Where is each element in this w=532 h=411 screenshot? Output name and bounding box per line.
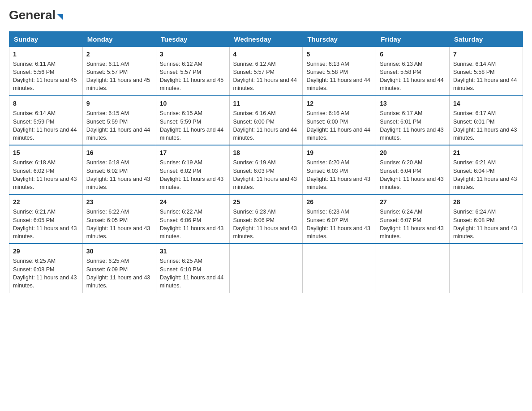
svg-marker-0 (57, 14, 63, 20)
sunset-label: Sunset: 6:03 PM (233, 168, 275, 174)
calendar-cell: 6 Sunrise: 6:13 AM Sunset: 5:58 PM Dayli… (376, 47, 450, 96)
sunset-label: Sunset: 5:58 PM (453, 69, 494, 75)
sunset-label: Sunset: 6:08 PM (13, 266, 54, 273)
sunset-label: Sunset: 6:05 PM (13, 217, 54, 223)
daylight-label: Daylight: 11 hours and 43 minutes. (86, 274, 150, 289)
day-number: 5 (306, 50, 372, 59)
day-number: 18 (233, 148, 299, 157)
day-number: 30 (86, 247, 152, 256)
sunrise-label: Sunrise: 6:20 AM (306, 159, 349, 166)
day-number: 29 (13, 247, 79, 256)
sunset-label: Sunset: 6:10 PM (160, 266, 201, 273)
daylight-label: Daylight: 11 hours and 43 minutes. (453, 176, 517, 190)
logo: General (9, 9, 63, 22)
sunset-label: Sunset: 6:07 PM (380, 217, 421, 223)
daylight-label: Daylight: 11 hours and 43 minutes. (380, 225, 443, 240)
day-number: 9 (86, 99, 152, 108)
calendar-cell: 10 Sunrise: 6:15 AM Sunset: 5:59 PM Dayl… (156, 96, 229, 145)
daylight-label: Daylight: 11 hours and 43 minutes. (160, 176, 223, 190)
day-number: 19 (306, 148, 372, 157)
sunset-label: Sunset: 5:59 PM (86, 119, 128, 125)
sunrise-label: Sunrise: 6:15 AM (86, 110, 129, 116)
calendar-cell: 12 Sunrise: 6:16 AM Sunset: 6:00 PM Dayl… (303, 96, 376, 145)
daylight-label: Daylight: 11 hours and 44 minutes. (306, 127, 370, 141)
calendar-cell: 3 Sunrise: 6:12 AM Sunset: 5:57 PM Dayli… (156, 47, 229, 96)
daylight-label: Daylight: 11 hours and 44 minutes. (160, 127, 223, 141)
sunset-label: Sunset: 6:06 PM (160, 217, 201, 223)
day-number: 25 (233, 197, 299, 206)
calendar-cell: 15 Sunrise: 6:18 AM Sunset: 6:02 PM Dayl… (9, 145, 83, 194)
calendar-cell: 29 Sunrise: 6:25 AM Sunset: 6:08 PM Dayl… (9, 244, 83, 293)
sunrise-label: Sunrise: 6:21 AM (453, 159, 496, 166)
day-number: 24 (160, 197, 226, 206)
day-number: 13 (380, 99, 446, 108)
week-row-1: 1 Sunrise: 6:11 AM Sunset: 5:56 PM Dayli… (9, 47, 523, 96)
sunset-label: Sunset: 5:59 PM (160, 119, 201, 125)
day-number: 8 (13, 99, 79, 108)
sunrise-label: Sunrise: 6:16 AM (233, 110, 276, 116)
sunset-label: Sunset: 6:00 PM (306, 119, 348, 125)
sunrise-label: Sunrise: 6:17 AM (453, 110, 496, 116)
page-header: General (9, 9, 523, 22)
calendar-table: SundayMondayTuesdayWednesdayThursdayFrid… (9, 31, 523, 293)
calendar-cell: 8 Sunrise: 6:14 AM Sunset: 5:59 PM Dayli… (9, 96, 83, 145)
sunset-label: Sunset: 5:57 PM (86, 69, 128, 75)
calendar-cell (450, 244, 523, 293)
daylight-label: Daylight: 11 hours and 43 minutes. (380, 127, 443, 141)
day-number: 21 (453, 148, 519, 157)
logo-general-text: General (9, 9, 63, 22)
calendar-cell: 2 Sunrise: 6:11 AM Sunset: 5:57 PM Dayli… (82, 47, 156, 96)
sunrise-label: Sunrise: 6:19 AM (160, 159, 202, 166)
daylight-label: Daylight: 11 hours and 44 minutes. (453, 77, 517, 91)
calendar-cell: 4 Sunrise: 6:12 AM Sunset: 5:57 PM Dayli… (229, 47, 303, 96)
daylight-label: Daylight: 11 hours and 44 minutes. (233, 127, 297, 141)
calendar-cell: 24 Sunrise: 6:22 AM Sunset: 6:06 PM Dayl… (156, 194, 229, 244)
sunrise-label: Sunrise: 6:14 AM (13, 110, 56, 116)
week-row-3: 15 Sunrise: 6:18 AM Sunset: 6:02 PM Dayl… (9, 145, 523, 194)
daylight-label: Daylight: 11 hours and 43 minutes. (13, 274, 77, 289)
calendar-cell: 20 Sunrise: 6:20 AM Sunset: 6:04 PM Dayl… (376, 145, 450, 194)
sunset-label: Sunset: 6:08 PM (453, 217, 494, 223)
day-number: 17 (160, 148, 226, 157)
sunrise-label: Sunrise: 6:18 AM (13, 159, 56, 166)
calendar-cell: 13 Sunrise: 6:17 AM Sunset: 6:01 PM Dayl… (376, 96, 450, 145)
daylight-label: Daylight: 11 hours and 43 minutes. (160, 225, 223, 240)
week-row-2: 8 Sunrise: 6:14 AM Sunset: 5:59 PM Dayli… (9, 96, 523, 145)
day-number: 20 (380, 148, 446, 157)
header-monday: Monday (82, 31, 156, 47)
calendar-cell: 17 Sunrise: 6:19 AM Sunset: 6:02 PM Dayl… (156, 145, 229, 194)
sunset-label: Sunset: 6:04 PM (453, 168, 494, 174)
calendar-cell: 31 Sunrise: 6:25 AM Sunset: 6:10 PM Dayl… (156, 244, 229, 293)
daylight-label: Daylight: 11 hours and 44 minutes. (380, 77, 443, 91)
calendar-cell: 16 Sunrise: 6:18 AM Sunset: 6:02 PM Dayl… (82, 145, 156, 194)
sunset-label: Sunset: 6:02 PM (86, 168, 128, 174)
day-number: 10 (160, 99, 226, 108)
calendar-cell: 26 Sunrise: 6:23 AM Sunset: 6:07 PM Dayl… (303, 194, 376, 244)
calendar-cell: 22 Sunrise: 6:21 AM Sunset: 6:05 PM Dayl… (9, 194, 83, 244)
daylight-label: Daylight: 11 hours and 44 minutes. (306, 77, 370, 91)
day-number: 31 (160, 247, 226, 256)
sunset-label: Sunset: 6:07 PM (306, 217, 348, 223)
daylight-label: Daylight: 11 hours and 43 minutes. (453, 127, 517, 141)
sunrise-label: Sunrise: 6:11 AM (13, 61, 56, 67)
day-number: 12 (306, 99, 372, 108)
sunrise-label: Sunrise: 6:24 AM (380, 209, 422, 215)
calendar-cell (376, 244, 450, 293)
sunset-label: Sunset: 6:01 PM (453, 119, 494, 125)
day-number: 26 (306, 197, 372, 206)
daylight-label: Daylight: 11 hours and 44 minutes. (13, 127, 77, 141)
daylight-label: Daylight: 11 hours and 45 minutes. (86, 77, 150, 91)
daylight-label: Daylight: 11 hours and 43 minutes. (13, 225, 77, 240)
day-number: 15 (13, 148, 79, 157)
sunrise-label: Sunrise: 6:13 AM (380, 61, 422, 67)
week-row-5: 29 Sunrise: 6:25 AM Sunset: 6:08 PM Dayl… (9, 244, 523, 293)
calendar-cell: 30 Sunrise: 6:25 AM Sunset: 6:09 PM Dayl… (82, 244, 156, 293)
sunrise-label: Sunrise: 6:21 AM (13, 209, 56, 215)
sunset-label: Sunset: 5:58 PM (380, 69, 421, 75)
sunset-label: Sunset: 5:56 PM (13, 69, 54, 75)
sunset-label: Sunset: 6:01 PM (380, 119, 421, 125)
day-number: 6 (380, 50, 446, 59)
sunset-label: Sunset: 6:02 PM (160, 168, 201, 174)
sunrise-label: Sunrise: 6:15 AM (160, 110, 202, 116)
header-friday: Friday (376, 31, 450, 47)
